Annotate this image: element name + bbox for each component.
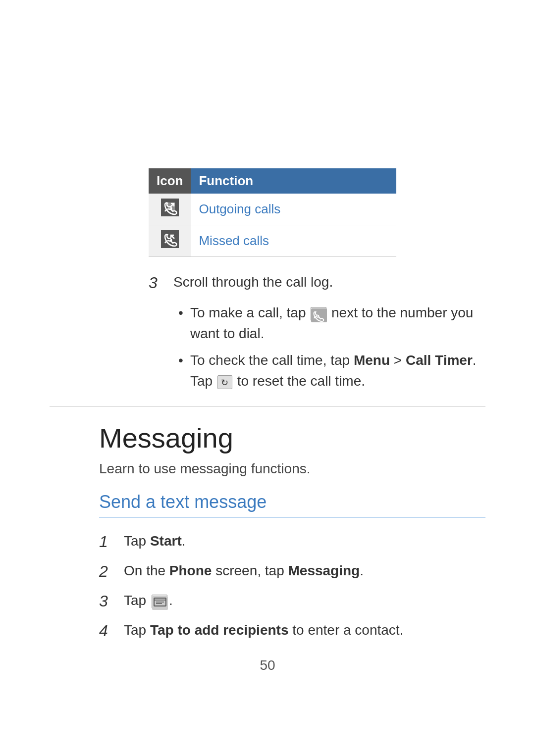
function-cell-missed: Missed calls [191,225,396,257]
step-item-3: 3 Scroll through the call log. [149,272,485,295]
message-icon-svg [152,596,168,610]
bullet-dial-text: To make a call, tap next to the number y… [190,305,473,341]
table-row: Outgoing calls [149,194,396,225]
page-container: Icon Function Outgoing calls [0,0,535,756]
messaging-subtitle: Learn to use messaging functions. [99,461,485,477]
outgoing-call-icon [161,199,179,216]
table-row: Missed calls [149,225,396,257]
msg-step-number-3: 3 [99,589,121,613]
messaging-steps: 1 Tap Start. 2 On the Phone screen, tap … [99,531,485,643]
icon-cell-outgoing [149,194,191,225]
icon-cell-missed [149,225,191,257]
step-list: 3 Scroll through the call log. To make a… [149,272,485,392]
missed-call-icon [161,230,179,248]
messaging-title: Messaging [99,422,485,454]
top-spacer [50,30,485,168]
msg-step-2: 2 On the Phone screen, tap Messaging. [99,560,485,583]
step-number-3: 3 [149,271,168,295]
step-text-3: Scroll through the call log. [173,272,485,293]
function-cell-outgoing: Outgoing calls [191,194,396,225]
msg-step-number-1: 1 [99,530,121,554]
section-divider [50,406,485,407]
msg-step-4: 4 Tap Tap to add recipients to enter a c… [99,620,485,643]
msg-step-text-4: Tap Tap to add recipients to enter a con… [124,620,485,641]
bullet-list: To make a call, tap next to the number y… [178,302,485,392]
msg-step-text-2: On the Phone screen, tap Messaging. [124,560,485,581]
messaging-icon [152,595,167,608]
msg-step-3: 3 Tap . [99,590,485,613]
reset-icon: ↻ [217,375,232,389]
msg-step-text-3: Tap . [124,590,485,611]
msg-step-text-1: Tap Start. [124,531,485,552]
msg-step-number-4: 4 [99,619,121,643]
page-number: 50 [50,657,485,673]
phone-call-icon [311,308,327,322]
table-header-icon: Icon [149,168,191,194]
msg-step-number-2: 2 [99,559,121,583]
table-header-function: Function [191,168,396,194]
bullet-call-time-text: To check the call time, tap Menu > Call … [190,353,477,389]
list-item-dial: To make a call, tap next to the number y… [178,302,485,344]
send-text-heading: Send a text message [99,492,485,518]
call-icon [311,307,326,321]
msg-step-1: 1 Tap Start. [99,531,485,554]
call-log-table: Icon Function Outgoing calls [149,168,396,257]
list-item-call-time: To check the call time, tap Menu > Call … [178,350,485,392]
